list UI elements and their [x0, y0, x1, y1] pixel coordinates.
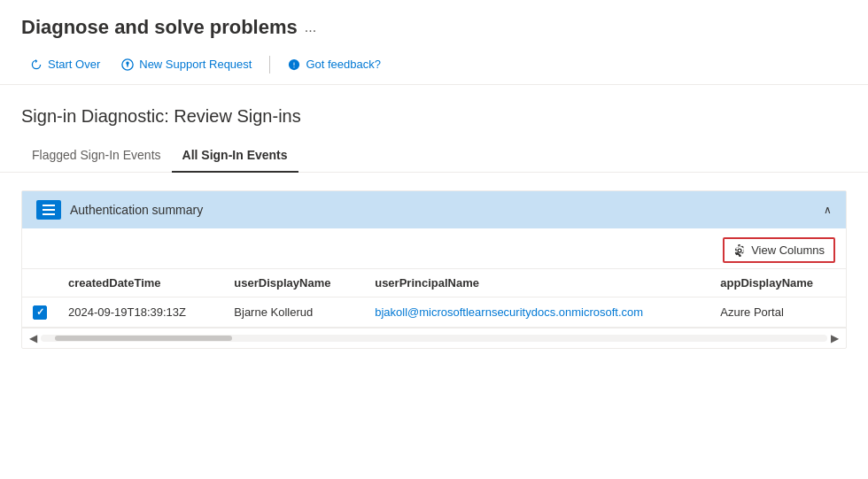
list-icon	[42, 203, 56, 217]
page-header: Diagnose and solve problems ...	[0, 0, 868, 48]
col-header-userDisplayName: userDisplayName	[223, 269, 364, 297]
toolbar-separator	[269, 56, 270, 73]
start-over-button[interactable]: Start Over	[21, 53, 109, 75]
signin-table: createdDateTime userDisplayName userPrin…	[22, 269, 846, 328]
page-title: Diagnose and solve problems	[21, 16, 298, 39]
auth-panel-header-left: Authentication summary	[36, 200, 203, 220]
tabs-container: Flagged Sign-In Events All Sign-In Event…	[0, 141, 868, 173]
auth-panel-header[interactable]: Authentication summary ∧	[22, 191, 846, 228]
scrollbar-thumb[interactable]	[55, 336, 232, 341]
scrollbar-container: ◀ ▶	[29, 332, 839, 344]
horizontal-scrollbar[interactable]: ◀ ▶	[22, 328, 846, 348]
view-columns-bar: View Columns	[22, 228, 846, 269]
table-row[interactable]: 2024-09-19T18:39:13Z Bjarne Kollerud bja…	[22, 297, 846, 328]
feedback-icon	[288, 58, 300, 71]
tab-all-signin-events[interactable]: All Sign-In Events	[172, 141, 298, 173]
svg-rect-2	[43, 209, 55, 211]
chevron-up-icon: ∧	[824, 204, 832, 216]
scroll-left-arrow[interactable]: ◀	[29, 332, 37, 344]
cell-userPrincipalName: bjakoll@microsoftlearnsecuritydocs.onmic…	[364, 297, 709, 328]
col-header-appDisplayName: appDisplayName	[709, 269, 846, 297]
svg-rect-3	[43, 213, 55, 215]
got-feedback-label: Got feedback?	[306, 58, 381, 71]
new-support-button[interactable]: New Support Request	[112, 53, 260, 75]
view-columns-label: View Columns	[751, 243, 825, 257]
gear-icon	[733, 244, 746, 257]
header-ellipsis[interactable]: ...	[305, 19, 316, 35]
auth-panel-icon	[36, 200, 61, 220]
start-over-label: Start Over	[48, 58, 100, 71]
row-checkbox[interactable]	[33, 305, 47, 320]
col-header-userPrincipalName: userPrincipalName	[364, 269, 709, 297]
scroll-right-arrow[interactable]: ▶	[831, 332, 839, 344]
table-header-row: createdDateTime userDisplayName userPrin…	[22, 269, 846, 297]
table-container: createdDateTime userDisplayName userPrin…	[22, 269, 846, 328]
main-content: Authentication summary ∧ View Columns	[0, 173, 868, 367]
cell-userDisplayName: Bjarne Kollerud	[223, 297, 364, 328]
cell-appDisplayName: Azure Portal	[709, 297, 846, 328]
view-columns-button[interactable]: View Columns	[723, 237, 835, 263]
new-support-icon	[121, 58, 134, 71]
scrollbar-track[interactable]	[41, 335, 827, 342]
email-link[interactable]: bjakoll@microsoftlearnsecuritydocs.onmic…	[375, 305, 643, 319]
row-checkbox-cell[interactable]	[22, 297, 58, 328]
new-support-label: New Support Request	[139, 58, 252, 71]
col-header-createdDateTime: createdDateTime	[58, 269, 223, 297]
toolbar: Start Over New Support Request Got feedb…	[0, 48, 868, 85]
section-title: Sign-in Diagnostic: Review Sign-ins	[0, 85, 868, 141]
tab-flagged-signin-events[interactable]: Flagged Sign-In Events	[21, 141, 172, 173]
auth-panel-title: Authentication summary	[70, 203, 203, 217]
start-over-icon	[30, 58, 43, 71]
cell-createdDateTime: 2024-09-19T18:39:13Z	[58, 297, 223, 328]
col-header-checkbox	[22, 269, 58, 297]
got-feedback-button[interactable]: Got feedback?	[279, 53, 390, 75]
auth-panel: Authentication summary ∧ View Columns	[21, 190, 847, 349]
svg-rect-1	[43, 205, 55, 206]
